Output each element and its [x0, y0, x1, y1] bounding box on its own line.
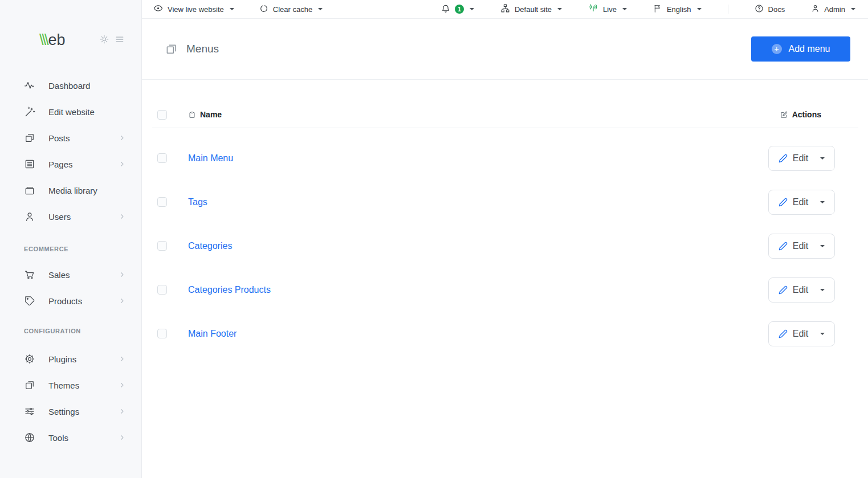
sidebar-header-actions — [100, 32, 124, 44]
sidebar-item-users[interactable]: Users — [0, 203, 141, 230]
plus-circle-icon: + — [772, 44, 782, 54]
menu-name-link[interactable]: Main Footer — [188, 329, 237, 339]
notifications-dropdown[interactable]: 1 — [441, 4, 474, 15]
caret-down-icon — [318, 8, 323, 10]
magic-wand-icon — [24, 106, 35, 117]
name-column-header: Name — [189, 110, 222, 119]
menu-name-link[interactable]: Main Menu — [188, 153, 233, 164]
page-title-group: Menus — [165, 43, 219, 56]
sidebar-item-pages[interactable]: Pages — [0, 151, 141, 177]
select-all-checkbox[interactable] — [157, 110, 167, 120]
row-checkbox[interactable] — [157, 285, 167, 295]
sidebar-item-label: Pages — [48, 160, 73, 169]
sidebar-item-label: Tools — [48, 433, 68, 443]
sidebar-item-label: Dashboard — [48, 81, 90, 91]
globe-icon — [24, 432, 35, 443]
sidebar-item-settings[interactable]: Settings — [0, 398, 141, 424]
chevron-right-icon — [119, 434, 125, 441]
menu-name-link[interactable]: Categories Products — [188, 285, 271, 295]
admin-account-dropdown[interactable]: Admin — [811, 4, 855, 14]
app-root: \\\eb Dashboard — [0, 0, 868, 478]
sun-icon[interactable] — [100, 35, 109, 44]
table-header-row: Name Actions — [152, 101, 858, 128]
actions-column-header: Actions — [780, 110, 858, 119]
view-live-website-label: View live website — [168, 5, 224, 14]
notification-count-badge: 1 — [455, 5, 464, 14]
language-label: English — [667, 5, 691, 14]
help-circle-icon — [755, 4, 764, 15]
chevron-right-icon — [119, 213, 125, 220]
caret-down-icon — [557, 8, 562, 10]
user-icon — [24, 211, 35, 222]
page-header: Menus + Add menu — [142, 19, 868, 80]
pencil-icon — [779, 154, 788, 163]
sidebar-item-plugins[interactable]: Plugins — [0, 346, 141, 372]
default-site-dropdown[interactable]: Default site — [500, 3, 562, 15]
menus-icon — [165, 43, 178, 56]
sitemap-icon — [500, 3, 510, 15]
cart-icon — [24, 269, 35, 280]
sidebar-item-tools[interactable]: Tools — [0, 424, 141, 451]
view-live-website-dropdown[interactable]: View live website — [153, 3, 234, 15]
broadcast-icon — [588, 3, 598, 15]
edit-dropdown-button[interactable]: Edit — [768, 234, 835, 259]
logo-slashes-icon: \\\ — [39, 32, 47, 48]
clear-cache-dropdown[interactable]: Clear cache — [259, 4, 323, 15]
main-column: View live website Clear cache 1 — [142, 0, 868, 478]
edit-dropdown-button[interactable]: Edit — [768, 190, 835, 215]
add-menu-button[interactable]: + Add menu — [751, 36, 850, 62]
sidebar-item-label: Edit website — [48, 107, 95, 117]
live-status-dropdown[interactable]: Live — [588, 3, 627, 15]
clipboard-icon — [189, 111, 195, 119]
menu-collapse-icon[interactable] — [115, 35, 124, 43]
tag-icon — [24, 295, 35, 307]
caret-down-icon — [470, 8, 474, 10]
docs-link[interactable]: Docs — [755, 4, 785, 15]
chevron-right-icon — [119, 134, 125, 141]
user-icon — [811, 4, 820, 14]
row-actions: Edit — [768, 146, 858, 171]
sidebar-item-media-library[interactable]: Media library — [0, 177, 141, 203]
row-checkbox[interactable] — [157, 241, 167, 251]
pencil-icon — [779, 285, 788, 295]
actions-header-label: Actions — [792, 110, 821, 119]
admin-label: Admin — [824, 5, 845, 14]
gear-icon — [24, 353, 35, 365]
docs-label: Docs — [768, 5, 785, 14]
sidebar: \\\eb Dashboard — [0, 0, 142, 478]
sidebar-item-themes[interactable]: Themes — [0, 372, 141, 398]
caret-down-icon — [622, 8, 627, 10]
edit-button-label: Edit — [793, 241, 809, 251]
chevron-right-icon — [119, 271, 125, 278]
caret-down-icon — [820, 245, 825, 247]
edit-button-label: Edit — [793, 197, 809, 207]
caret-down-icon — [820, 289, 825, 291]
edit-button-label: Edit — [793, 329, 809, 339]
table-row: Main Footer Edit — [152, 312, 858, 356]
row-actions: Edit — [768, 321, 858, 346]
menu-name-link[interactable]: Categories — [188, 241, 232, 251]
edit-dropdown-button[interactable]: Edit — [768, 321, 835, 346]
edit-dropdown-button[interactable]: Edit — [768, 146, 835, 171]
row-actions: Edit — [768, 277, 858, 303]
edit-dropdown-button[interactable]: Edit — [768, 277, 835, 303]
sidebar-item-posts[interactable]: Posts — [0, 125, 141, 151]
sidebar-item-dashboard[interactable]: Dashboard — [0, 72, 141, 99]
table-row: Categories Products Edit — [152, 268, 858, 312]
pencil-icon — [779, 242, 788, 251]
sidebar-item-edit-website[interactable]: Edit website — [0, 99, 141, 125]
sidebar-item-sales[interactable]: Sales — [0, 262, 141, 288]
archive-icon — [24, 185, 35, 196]
chevron-right-icon — [119, 408, 125, 415]
chevron-right-icon — [119, 297, 125, 304]
caret-down-icon — [820, 157, 825, 160]
row-checkbox[interactable] — [157, 197, 167, 207]
eye-icon — [153, 3, 163, 15]
brand-logo[interactable]: \\\eb — [39, 32, 66, 48]
menu-name-link[interactable]: Tags — [188, 197, 207, 207]
topbar-right: 1 Default site Live — [441, 3, 855, 15]
row-checkbox[interactable] — [157, 329, 167, 338]
row-checkbox[interactable] — [157, 153, 167, 163]
sidebar-item-products[interactable]: Products — [0, 288, 141, 314]
language-dropdown[interactable]: English — [653, 4, 702, 15]
